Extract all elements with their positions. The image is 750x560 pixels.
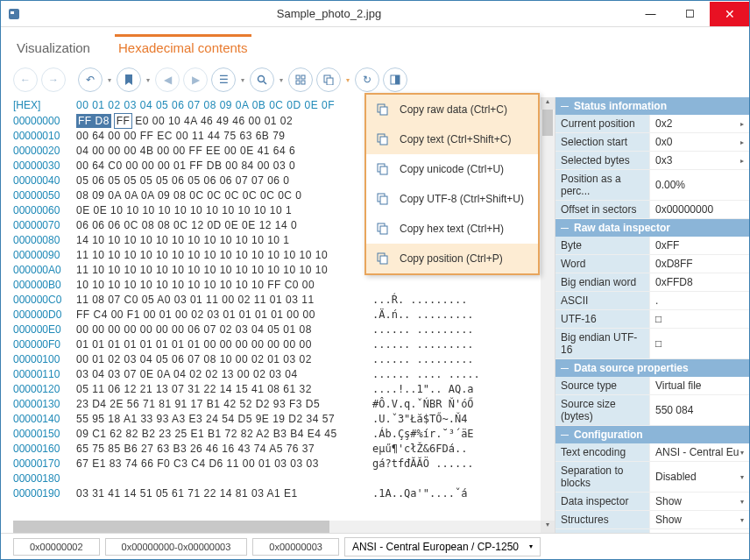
context-menu-item[interactable]: Copy text (Ctrl+Shift+C)	[366, 124, 538, 154]
hex-row[interactable]: 0000011003 04 03 07 0E 0A 04 02 02 13 00…	[13, 366, 541, 381]
hex-bytes[interactable]: 03 04 03 07 0E 0A 04 02 02 13 00 02 03 0…	[76, 368, 367, 380]
hex-row[interactable]: 00000180	[13, 471, 541, 486]
context-menu-item[interactable]: Copy raw data (Ctrl+C)	[366, 95, 538, 124]
hex-ascii[interactable]: ....!..1".. AQ.a	[367, 383, 474, 395]
tab-hex[interactable]: Hexadecimal contents	[115, 34, 251, 62]
hex-ascii[interactable]: ...... .... .....	[367, 368, 480, 380]
hex-bytes[interactable]: 00 01 02 03 04 05 06 07 08 10 00 02 01 0…	[76, 353, 367, 365]
hex-bytes[interactable]: 05 11 06 12 21 13 07 31 22 14 15 41 08 6…	[76, 383, 367, 395]
hex-bytes[interactable]: 14 10 10 10 10 10 10 10 10 10 10 10 10 1	[76, 234, 367, 246]
hex-row[interactable]: 000000F001 01 01 01 01 01 01 01 00 00 00…	[13, 337, 541, 351]
side-section-header[interactable]: —Status information	[555, 97, 749, 115]
bookmark-dropdown[interactable]: ▾	[145, 76, 152, 84]
horizontal-scrollbar[interactable]	[13, 521, 541, 533]
side-value[interactable]: ANSI - Central Eu▾	[650, 443, 749, 461]
search-button[interactable]	[250, 67, 274, 92]
side-value[interactable]: Show▾	[650, 511, 749, 528]
hex-bytes[interactable]: 04 00 00 00 4B 00 00 FF EE 00 0E 41 64 6	[76, 145, 367, 157]
hex-ascii[interactable]: gá?tfđĂĂÖ ......	[367, 457, 474, 470]
copy-button[interactable]	[316, 67, 341, 92]
hex-row[interactable]: 0000016065 75 85 B6 27 63 B3 26 46 16 43…	[13, 441, 541, 456]
hex-bytes[interactable]: 06 06 06 0C 08 08 0C 12 0D 0E 0E 12 14 0	[76, 219, 367, 231]
hex-bytes[interactable]: 11 10 10 10 10 10 10 10 10 10 10 10 10 1…	[76, 264, 367, 276]
hex-bytes[interactable]: FF C4 00 F1 00 01 00 02 03 01 01 01 01 0…	[76, 308, 367, 321]
hex-ascii[interactable]: ...... .........	[367, 338, 474, 351]
context-menu-item[interactable]: Copy UTF-8 (Ctrl+Shift+U)	[366, 184, 538, 214]
dropdown-icon[interactable]: ▾	[740, 516, 744, 524]
side-section-header[interactable]: —Configuration	[555, 426, 749, 443]
expand-icon[interactable]: ▸	[740, 120, 744, 128]
context-menu-item[interactable]: Copy hex text (Ctrl+H)	[366, 214, 538, 244]
context-menu-item[interactable]: Copy unicode (Ctrl+U)	[366, 154, 538, 184]
hex-ascii[interactable]	[367, 472, 474, 485]
side-value[interactable]: 0x3▸	[650, 152, 749, 169]
hex-bytes[interactable]: 11 08 07 C0 05 A0 03 01 11 00 02 11 01 0…	[76, 294, 367, 306]
close-button[interactable]: ✕	[710, 2, 749, 26]
hex-ascii[interactable]: eµű¶'cłŽ&6FDá..	[367, 443, 474, 455]
hex-bytes[interactable]: FF D8 FF E0 00 10 4A 46 49 46 00 01 02	[76, 115, 367, 127]
forward-button[interactable]: →	[41, 67, 66, 92]
side-value[interactable]: Show▾	[650, 493, 749, 510]
minimize-button[interactable]: —	[631, 2, 670, 26]
side-value[interactable]: 0x0▸	[650, 133, 749, 151]
tab-visualization[interactable]: Visualization	[13, 34, 94, 62]
maximize-button[interactable]: ☐	[670, 2, 710, 26]
hex-row[interactable]: 000000D0FF C4 00 F1 00 01 00 02 03 01 01…	[13, 307, 541, 322]
side-section-header[interactable]: —Data source properties	[555, 359, 749, 377]
hex-ascii[interactable]: .1A..Qa'"....ˇá	[367, 487, 467, 500]
status-encoding-select[interactable]: ANSI - Central European / CP-1250▾	[344, 537, 541, 556]
hex-bytes[interactable]: 09 C1 62 82 B2 23 25 E1 B1 72 82 A2 B3 B…	[76, 428, 367, 440]
hex-row[interactable]: 000000E000 00 00 00 00 00 00 06 07 02 03…	[13, 322, 541, 337]
undo-button[interactable]: ↶	[78, 67, 103, 92]
side-value[interactable]: 0x2▸	[650, 115, 749, 132]
next-bookmark-button[interactable]: ▶	[183, 67, 208, 92]
prev-bookmark-button[interactable]: ◀	[155, 67, 180, 92]
undo-dropdown[interactable]: ▾	[106, 76, 113, 84]
vertical-scrollbar[interactable]: ▴▾	[541, 97, 555, 533]
hex-bytes[interactable]: 10 10 10 10 10 10 10 10 10 10 10 10 FF C…	[76, 279, 367, 291]
dropdown-icon[interactable]: ▾	[740, 473, 744, 481]
hex-bytes[interactable]: 00 64 C0 00 00 00 01 FF DB 00 84 00 03 0	[76, 159, 367, 172]
hex-row[interactable]: 0000019003 31 41 14 51 05 61 71 22 14 81…	[13, 486, 541, 500]
hex-bytes[interactable]: 23 D4 2E 56 71 81 91 17 B1 42 52 D2 93 F…	[76, 398, 367, 410]
hex-ascii[interactable]: .U.ˇ3"Łă$TŐ~.Ň4	[367, 413, 467, 425]
hex-bytes[interactable]: 08 09 0A 0A 0A 09 08 0C 0C 0C 0C 0C 0C 0	[76, 189, 367, 202]
bookmark-button[interactable]	[117, 67, 141, 92]
side-value[interactable]: Disabled▾	[650, 462, 749, 492]
hex-row[interactable]: 0000014055 95 18 A1 33 93 A3 E3 24 54 D5…	[13, 411, 541, 426]
hex-bytes[interactable]: 11 10 10 10 10 10 10 10 10 10 10 10 10 1…	[76, 249, 367, 261]
side-section-header[interactable]: —Raw data inspector	[555, 219, 749, 237]
list-dropdown[interactable]: ▾	[239, 76, 246, 84]
hex-ascii[interactable]: ...... .........	[367, 353, 474, 365]
hex-bytes[interactable]: 67 E1 83 74 66 F0 C3 C4 D6 11 00 01 03 0…	[76, 457, 367, 470]
hex-row[interactable]: 0000012005 11 06 12 21 13 07 31 22 14 15…	[13, 381, 541, 396]
hex-row[interactable]: 000000B010 10 10 10 10 10 10 10 10 10 10…	[13, 277, 541, 292]
hex-ascii[interactable]: .Áb.Çş#%ír.˘³´äE	[367, 428, 474, 440]
expand-icon[interactable]: ▸	[740, 138, 744, 146]
dropdown-icon[interactable]: ▾	[740, 498, 744, 506]
hex-ascii[interactable]: #Ô.V.q.ˇŃBR Ň'óŐ	[367, 398, 474, 410]
back-button[interactable]: ←	[13, 67, 38, 92]
hex-bytes[interactable]: 65 75 85 B6 27 63 B3 26 46 16 43 74 A5 7…	[76, 443, 367, 455]
hex-bytes[interactable]: 00 64 00 00 FF EC 00 11 44 75 63 6B 79	[76, 130, 367, 142]
search-dropdown[interactable]: ▾	[278, 76, 285, 84]
hex-ascii[interactable]: ...... .........	[367, 323, 474, 336]
hex-row[interactable]: 000000C011 08 07 C0 05 A0 03 01 11 00 02…	[13, 292, 541, 307]
list-button[interactable]: ☰	[211, 67, 236, 92]
copy-dropdown[interactable]: ▾	[344, 76, 351, 84]
hex-row[interactable]: 0000010000 01 02 03 04 05 06 07 08 10 00…	[13, 351, 541, 366]
expand-icon[interactable]: ▸	[740, 157, 744, 165]
hex-bytes[interactable]: 55 95 18 A1 33 93 A3 E3 24 54 D5 9E 19 D…	[76, 413, 367, 425]
dropdown-icon[interactable]: ▾	[740, 449, 744, 457]
panel-button[interactable]	[383, 67, 407, 92]
hex-bytes[interactable]: 00 00 00 00 00 00 00 06 07 02 03 04 05 0…	[76, 323, 367, 336]
refresh-button[interactable]: ↻	[355, 67, 379, 92]
hex-bytes[interactable]: 01 01 01 01 01 01 01 01 00 00 00 00 00 0…	[76, 338, 367, 351]
hex-row[interactable]: 0000017067 E1 83 74 66 F0 C3 C4 D6 11 00…	[13, 456, 541, 471]
context-menu-item[interactable]: Copy position (Ctrl+P)	[366, 244, 538, 273]
grid-button[interactable]	[288, 67, 313, 92]
hex-bytes[interactable]: 05 06 05 05 05 05 06 05 06 06 07 07 06 0	[76, 174, 367, 187]
hex-ascii[interactable]: ...Ŕ. .........	[367, 294, 467, 306]
hex-row[interactable]: 0000015009 C1 62 82 B2 23 25 E1 B1 72 82…	[13, 426, 541, 441]
hex-bytes[interactable]: 03 31 41 14 51 05 61 71 22 14 81 03 A1 E…	[76, 487, 367, 500]
